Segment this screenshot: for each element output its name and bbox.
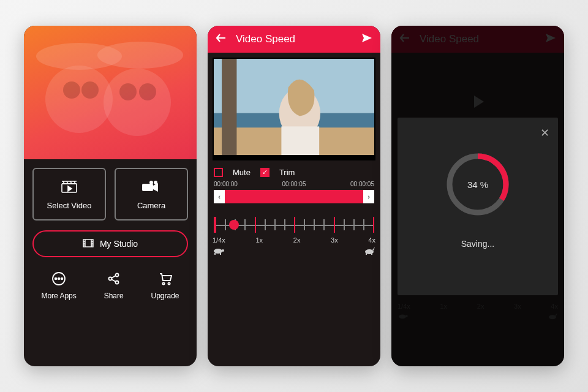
screen-saving: Video Speed 1/4x 1x 2x 3x 4x ✕ 34 % Savi… bbox=[391, 26, 564, 366]
svg-point-22 bbox=[162, 282, 164, 284]
svg-rect-28 bbox=[222, 59, 236, 155]
back-icon[interactable] bbox=[399, 32, 411, 47]
svg-point-41 bbox=[405, 315, 407, 317]
select-video-label: Select Video bbox=[47, 201, 92, 210]
trim-handle-right[interactable]: › bbox=[363, 190, 374, 203]
rabbit-icon bbox=[363, 246, 375, 257]
speed-slider[interactable] bbox=[214, 217, 374, 233]
share-icon bbox=[107, 271, 121, 287]
video-preview[interactable] bbox=[213, 58, 375, 160]
ghost-speed-1: 1x bbox=[440, 303, 447, 310]
svg-point-40 bbox=[399, 314, 406, 318]
svg-marker-39 bbox=[474, 96, 484, 108]
svg-point-13 bbox=[149, 181, 153, 184]
screen-title: Video Speed bbox=[420, 33, 536, 45]
hero-image bbox=[24, 26, 197, 159]
mute-label: Mute bbox=[233, 168, 251, 177]
svg-marker-9 bbox=[68, 186, 72, 191]
svg-point-18 bbox=[61, 278, 63, 280]
svg-point-16 bbox=[55, 278, 57, 280]
camera-button[interactable]: Camera bbox=[115, 168, 188, 221]
more-apps-button[interactable]: More Apps bbox=[41, 271, 76, 300]
svg-point-0 bbox=[45, 66, 113, 133]
time-start: 00:00:00 bbox=[214, 181, 238, 187]
progress-ring: 34 % bbox=[444, 151, 511, 218]
preview-illustration bbox=[214, 59, 374, 155]
speed-knob[interactable] bbox=[229, 220, 239, 230]
svg-marker-38 bbox=[546, 34, 556, 42]
play-icon bbox=[469, 93, 486, 113]
speed-label-2: 2x bbox=[293, 236, 301, 244]
svg-point-23 bbox=[168, 282, 170, 284]
ghost-speed-2: 2x bbox=[477, 303, 484, 310]
turtle-icon bbox=[213, 246, 225, 257]
hero-illustration bbox=[24, 26, 197, 159]
svg-rect-34 bbox=[220, 253, 221, 255]
my-studio-label: My Studio bbox=[100, 239, 138, 249]
trim-range[interactable] bbox=[225, 190, 363, 203]
speed-label-0: 1/4x bbox=[213, 236, 225, 244]
svg-rect-33 bbox=[214, 253, 216, 255]
back-icon[interactable] bbox=[215, 32, 227, 47]
svg-rect-36 bbox=[366, 253, 367, 255]
film-icon bbox=[83, 239, 94, 249]
cart-icon bbox=[158, 271, 173, 287]
screen-video-speed: Video Speed Mute ✓ Trim 00:00:00 00:00:0… bbox=[208, 26, 380, 366]
svg-point-5 bbox=[81, 81, 99, 99]
camera-label: Camera bbox=[137, 201, 165, 210]
trim-label: Trim bbox=[279, 168, 295, 177]
svg-point-6 bbox=[119, 83, 137, 100]
speed-label-3: 3x bbox=[331, 236, 338, 244]
ghost-speed-4: 4x bbox=[551, 303, 558, 310]
top-bar: Video Speed bbox=[208, 26, 380, 53]
svg-rect-10 bbox=[142, 184, 153, 191]
screen-home: Select Video Camera My Studio bbox=[24, 26, 197, 366]
svg-point-31 bbox=[214, 249, 222, 254]
svg-point-32 bbox=[222, 249, 224, 252]
select-video-button[interactable]: Select Video bbox=[32, 168, 106, 221]
share-label: Share bbox=[104, 292, 124, 300]
time-end: 00:00:05 bbox=[350, 181, 374, 187]
progress-percent: 34 % bbox=[444, 151, 511, 218]
close-icon[interactable]: ✕ bbox=[540, 126, 549, 140]
ghost-speed-0: 1/4x bbox=[398, 303, 410, 310]
time-mid: 00:00:05 bbox=[282, 181, 306, 187]
svg-rect-37 bbox=[371, 253, 372, 255]
upgrade-button[interactable]: Upgrade bbox=[151, 271, 179, 300]
trim-checkbox[interactable]: ✓ bbox=[260, 168, 270, 177]
video-camera-icon bbox=[142, 179, 160, 195]
ghost-speed-3: 3x bbox=[514, 303, 521, 310]
svg-point-4 bbox=[63, 81, 80, 99]
svg-point-3 bbox=[97, 42, 183, 69]
svg-marker-24 bbox=[362, 34, 372, 42]
top-bar: Video Speed bbox=[391, 26, 564, 53]
more-apps-label: More Apps bbox=[41, 292, 76, 300]
svg-point-17 bbox=[58, 278, 60, 280]
svg-point-7 bbox=[139, 83, 156, 100]
svg-rect-30 bbox=[281, 126, 319, 155]
upgrade-label: Upgrade bbox=[151, 292, 179, 300]
screen-title: Video Speed bbox=[236, 33, 352, 45]
speed-label-4: 4x bbox=[368, 236, 375, 244]
send-icon[interactable] bbox=[361, 32, 373, 47]
svg-marker-11 bbox=[153, 183, 158, 192]
mute-checkbox[interactable] bbox=[214, 168, 223, 177]
clapperboard-icon bbox=[61, 179, 78, 195]
more-icon bbox=[51, 271, 66, 287]
svg-point-1 bbox=[104, 69, 171, 136]
saving-dialog: ✕ 34 % Saving... bbox=[398, 118, 558, 295]
svg-point-12 bbox=[154, 181, 157, 184]
turtle-icon bbox=[398, 312, 409, 321]
trim-track[interactable]: ‹ › bbox=[208, 187, 380, 206]
my-studio-button[interactable]: My Studio bbox=[32, 230, 188, 257]
speed-label-1: 1x bbox=[255, 236, 263, 244]
rabbit-icon bbox=[547, 312, 558, 321]
share-button[interactable]: Share bbox=[104, 271, 124, 300]
svg-point-42 bbox=[549, 315, 556, 319]
send-icon[interactable] bbox=[545, 32, 557, 47]
trim-handle-left[interactable]: ‹ bbox=[214, 190, 225, 203]
saving-status: Saving... bbox=[461, 239, 494, 249]
